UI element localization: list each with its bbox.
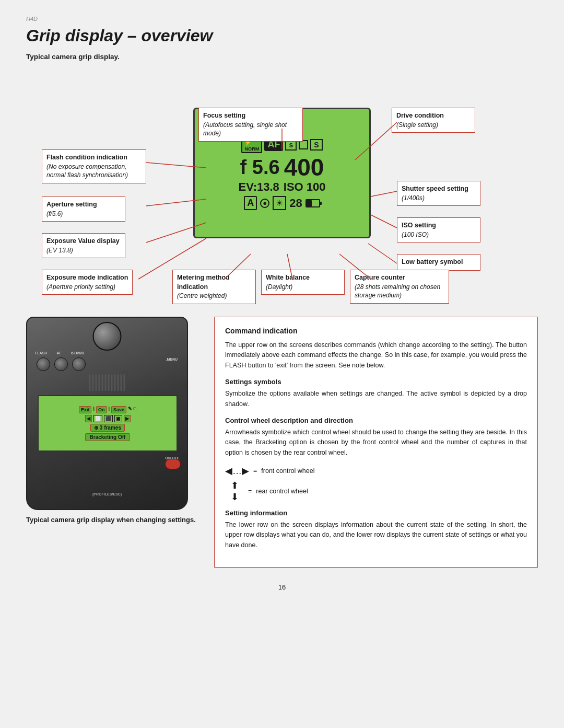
lcd-sun-icon: ☀	[273, 196, 286, 210]
grip-texture	[89, 374, 125, 391]
callout-expmode-desc: (Aperture priority setting)	[46, 283, 115, 291]
mini-lcd-row2: ◀ ⬜ ⬛ ▣ ▶	[85, 415, 131, 422]
rear-wheel-row: ⬆⬇ = rear control wheel	[225, 480, 527, 503]
callout-flash-title: Flash condition indication	[46, 154, 127, 161]
callout-iso: ISO setting (100 ISO)	[397, 217, 480, 242]
camera-dial-knob	[93, 322, 122, 351]
mini-lcd-frames: ⊕ 3 frames	[90, 424, 125, 432]
camera-button-3	[72, 357, 86, 371]
callout-shutter-title: Shutter speed setting	[402, 185, 468, 192]
svg-line-5	[371, 191, 397, 197]
callout-wb-title: White balance	[266, 274, 310, 281]
bottom-section: FLASH AF ISO/WB .MENU	[26, 317, 538, 568]
mini-lcd-exit: Exit	[79, 406, 92, 413]
callout-drive-title: Drive condition	[396, 112, 444, 119]
callout-wb-desc: (Daylight)	[266, 283, 292, 291]
label-isowb: ISO/WB	[71, 351, 85, 355]
callout-metering: Metering method indication (Centre weigh…	[172, 270, 256, 304]
callout-wb: White balance (Daylight)	[261, 270, 345, 295]
command-indication-title: Command indication	[225, 327, 527, 335]
label-flash: FLASH	[35, 351, 47, 355]
mini-lcd-on: On	[96, 406, 107, 413]
callout-iso-title: ISO setting	[402, 222, 436, 229]
callout-focus-desc: (Autofocus setting, single shot mode)	[203, 121, 287, 137]
camera-body: FLASH AF ISO/WB .MENU	[26, 317, 188, 510]
equals-2: =	[248, 488, 252, 495]
equals-1: =	[253, 467, 257, 475]
callout-ev: Exposure Value display (EV 13.8)	[42, 233, 125, 258]
callout-aperture-desc: (f/5.6)	[46, 210, 63, 217]
settings-symbols-title: Settings symbols	[225, 378, 527, 386]
callout-aperture-title: Aperture setting	[46, 201, 97, 208]
mini-lcd-arrow-right: ▶	[124, 415, 131, 422]
callout-battery: Low battery symbol	[397, 254, 480, 271]
profiles-label: (PROFILES/ESC)	[92, 492, 122, 496]
camera-button-2	[54, 357, 68, 371]
command-indication-body: The upper row on the screens describes c…	[225, 340, 527, 371]
mini-lcd-screen: Exit | On | Save ✎ □ ◀ ⬜ ⬛ ▣ ▶	[38, 395, 178, 452]
camera-caption: Typical camera grip display when changin…	[26, 515, 204, 525]
mini-lcd-arrow-left: ◀	[85, 415, 92, 422]
lcd-iso-value: 400	[284, 155, 324, 179]
front-wheel-row: ◀…▶ = front control wheel	[225, 465, 527, 477]
lcd-counter-value: 28	[289, 197, 302, 210]
lcd-ev-value: EV:13.8	[239, 180, 279, 194]
callout-battery-title: Low battery symbol	[402, 258, 463, 265]
callout-shutter-desc: (1/400s)	[402, 194, 425, 202]
callout-focus: Focus setting (Autofocus setting, single…	[198, 108, 303, 142]
label-af: AF	[56, 351, 61, 355]
callout-expmode: Exposure mode indication (Aperture prior…	[42, 270, 133, 295]
mini-lcd-sep1: |	[93, 406, 95, 413]
page-title: Grip display – overview	[26, 26, 538, 45]
lcd-A-icon: A	[244, 196, 257, 210]
callout-metering-title: Metering method indication	[177, 274, 230, 291]
lcd-aperture-value: f 5.6	[240, 156, 280, 179]
front-wheel-label: front control wheel	[261, 467, 314, 475]
callout-capture-title: Capture counter	[355, 274, 405, 281]
callout-capture: Capture counter (28 shots remaining on c…	[350, 270, 449, 304]
callout-flash: Flash condition indication (No exposure …	[42, 149, 146, 183]
callout-ev-desc: (EV 13.8)	[46, 247, 73, 254]
control-wheel-title: Control wheel description and direction	[225, 417, 527, 424]
callout-iso-desc: (100 ISO)	[402, 231, 429, 238]
mini-lcd-icon3: ▣	[114, 415, 122, 422]
mini-lcd-row1: Exit | On | Save ✎ □	[79, 406, 136, 413]
mini-lcd-sep2: |	[109, 406, 110, 413]
callout-capture-desc: (28 shots remaining on chosen storage me…	[355, 283, 440, 299]
svg-line-7	[368, 244, 397, 263]
callout-metering-desc: (Centre weighted)	[177, 292, 227, 299]
svg-line-6	[371, 215, 397, 228]
callout-expmode-title: Exposure mode indication	[46, 274, 128, 281]
lcd-battery-icon	[306, 199, 320, 207]
settings-symbols-body: Symbolize the options available when set…	[225, 389, 527, 409]
callout-drive-desc: (Single setting)	[396, 121, 438, 129]
callout-shutter: Shutter speed setting (1/400s)	[397, 181, 480, 206]
lcd-s2-icon: S	[310, 139, 322, 151]
mini-lcd-bracketing: Bracketing Off	[85, 433, 131, 441]
brand-label: H4D	[26, 16, 538, 22]
camera-button-1	[37, 357, 50, 371]
diagram-area: ⚡DNORM AF s S f 5.6 400 EV:13.8 ISO 100 …	[26, 76, 538, 301]
lcd-iso-label: ISO 100	[284, 180, 326, 194]
page-number: 16	[26, 583, 538, 591]
callout-focus-title: Focus setting	[203, 112, 245, 119]
setting-info-body: The lower row on the screen displays inf…	[225, 520, 527, 550]
setting-info-title: Setting information	[225, 509, 527, 517]
control-wheel-body: Arrowheads symbolize which control wheel…	[225, 427, 527, 458]
callout-aperture: Aperture setting (f/5.6)	[42, 197, 125, 222]
callout-drive: Drive condition (Single setting)	[392, 108, 475, 133]
subtitle: Typical camera grip display.	[26, 53, 538, 61]
rear-wheel-icon: ⬆⬇	[225, 480, 244, 503]
on-off-button	[165, 459, 181, 469]
page: H4D Grip display – overview Typical came…	[0, 0, 564, 728]
right-descriptions: Command indication The upper row on the …	[214, 317, 538, 568]
callout-ev-title: Exposure Value display	[46, 237, 120, 245]
front-wheel-icon: ◀…▶	[225, 465, 249, 477]
callout-flash-desc: (No exposure compensation, normal flash …	[46, 163, 128, 179]
camera-buttons-row	[37, 357, 86, 371]
mini-lcd-icon2: ⬛	[104, 415, 113, 422]
mini-lcd-save: Save	[111, 406, 126, 413]
camera-menu-label: .MENU	[166, 357, 178, 361]
mini-lcd-icons: ✎ □	[128, 406, 136, 413]
rear-wheel-label: rear control wheel	[256, 488, 308, 495]
